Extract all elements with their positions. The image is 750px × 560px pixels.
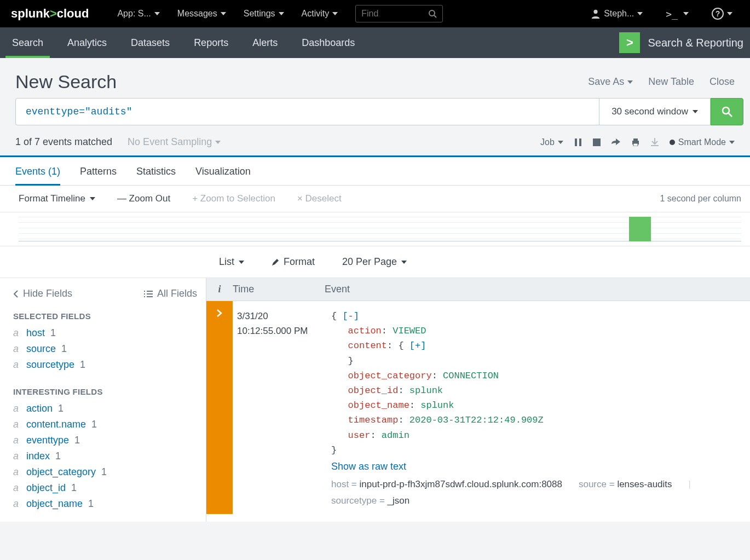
show-raw-text-link[interactable]: Show as raw text	[331, 461, 406, 472]
fields-sidebar: Hide Fields All Fields SELECTED FIELDS a…	[0, 278, 206, 522]
field-row[interactable]: ahost1	[13, 325, 197, 341]
caret-down-icon	[693, 110, 698, 113]
user-menu[interactable]: Steph...	[584, 4, 649, 23]
tab-statistics[interactable]: Statistics	[136, 157, 176, 185]
main-content: Hide Fields All Fields SELECTED FIELDS a…	[0, 278, 750, 522]
format-button[interactable]: Format	[272, 256, 315, 268]
settings-menu[interactable]: Settings	[237, 4, 291, 23]
save-as-button[interactable]: Save As	[588, 76, 633, 88]
caret-down-icon	[727, 12, 732, 15]
list-view-dropdown[interactable]: List	[219, 256, 244, 268]
caret-down-icon	[332, 12, 338, 15]
field-row[interactable]: aobject_category1	[13, 464, 197, 480]
caret-down-icon	[90, 197, 95, 200]
events-table-header: i Time Event	[206, 278, 750, 301]
field-row[interactable]: aobject_id1	[13, 480, 197, 496]
expand-event-button[interactable]	[206, 301, 233, 514]
zoom-out-button[interactable]: — Zoom Out	[117, 193, 170, 204]
meta-source[interactable]: lenses-audits	[617, 479, 672, 489]
field-type: a	[13, 451, 21, 462]
close-button[interactable]: Close	[709, 76, 735, 88]
caret-down-icon	[279, 12, 284, 15]
caret-down-icon	[154, 12, 160, 15]
run-search-button[interactable]	[711, 98, 743, 125]
field-count: 1	[91, 419, 97, 430]
nav-search[interactable]: Search	[0, 27, 55, 58]
timeline-bar[interactable]	[629, 217, 651, 241]
job-menu[interactable]: Job	[540, 137, 563, 147]
field-type: a	[13, 419, 21, 430]
field-row[interactable]: aindex1	[13, 448, 197, 464]
share-button[interactable]	[611, 138, 620, 146]
top-nav-bar: splunk>cloud App: S... Messages Settings…	[0, 0, 750, 27]
field-name[interactable]: host	[26, 327, 45, 339]
field-name[interactable]: object_category	[26, 466, 96, 478]
field-name[interactable]: content.name	[26, 419, 86, 430]
nav-dashboards[interactable]: Dashboards	[290, 27, 367, 58]
search-mode-dropdown[interactable]: Smart Mode	[670, 137, 735, 147]
field-name[interactable]: eventtype	[26, 435, 69, 446]
field-name[interactable]: source	[26, 343, 56, 355]
field-name[interactable]: index	[26, 451, 50, 462]
selected-fields-header: SELECTED FIELDS	[13, 311, 197, 321]
nav-reports[interactable]: Reports	[182, 27, 240, 58]
col-info[interactable]: i	[206, 284, 233, 295]
field-name[interactable]: object_name	[26, 498, 83, 510]
event-json[interactable]: { [-] action: VIEWED content: { [+] } ob…	[331, 309, 743, 458]
print-button[interactable]	[631, 138, 640, 146]
stop-button[interactable]	[593, 138, 601, 146]
time-range-picker[interactable]: 30 second window	[599, 98, 711, 125]
field-row[interactable]: aaction1	[13, 401, 197, 417]
field-count: 1	[74, 435, 80, 446]
field-count: 1	[101, 466, 107, 478]
results-tabs: Events (1) Patterns Statistics Visualiza…	[0, 157, 750, 186]
collapse-toggle[interactable]: [-]	[342, 311, 359, 321]
all-fields-button[interactable]: All Fields	[144, 288, 197, 299]
help-menu[interactable]: ?	[705, 3, 739, 24]
field-row[interactable]: acontent.name1	[13, 417, 197, 432]
search-query-input[interactable]: eventtype="audits"	[15, 98, 599, 125]
field-name[interactable]: object_id	[26, 482, 66, 494]
field-type: a	[13, 482, 21, 494]
tab-events[interactable]: Events (1)	[15, 157, 60, 185]
svg-rect-8	[579, 138, 581, 146]
field-row[interactable]: aeventtype1	[13, 432, 197, 448]
messages-menu[interactable]: Messages	[171, 4, 233, 23]
col-time[interactable]: Time	[233, 284, 325, 295]
field-type: a	[13, 327, 21, 339]
app-switcher-menu[interactable]: App: S...	[111, 4, 166, 23]
nav-alerts[interactable]: Alerts	[240, 27, 290, 58]
meta-host[interactable]: input-prd-p-fh3xjm87sdwf.cloud.splunk.co…	[360, 479, 562, 489]
search-icon	[428, 9, 437, 18]
field-row[interactable]: asource1	[13, 341, 197, 357]
find-input[interactable]	[361, 9, 428, 19]
export-button[interactable]	[651, 138, 659, 147]
console-menu[interactable]: >_	[659, 4, 695, 24]
svg-rect-11	[633, 138, 638, 141]
hide-fields-button[interactable]: Hide Fields	[13, 288, 72, 299]
field-row[interactable]: asourcetype1	[13, 357, 197, 373]
match-count: 1 of 7 events matched	[15, 136, 112, 148]
caret-down-icon	[637, 12, 643, 15]
pause-button[interactable]	[574, 138, 582, 146]
field-count: 1	[61, 343, 67, 355]
tab-visualization[interactable]: Visualization	[195, 157, 251, 185]
field-row[interactable]: aobject_name1	[13, 496, 197, 512]
tab-patterns[interactable]: Patterns	[80, 157, 117, 185]
format-timeline-dropdown[interactable]: Format Timeline	[19, 193, 95, 204]
activity-menu[interactable]: Activity	[295, 4, 345, 23]
new-table-button[interactable]: New Table	[648, 76, 694, 88]
bulb-icon	[670, 140, 675, 145]
field-name[interactable]: sourcetype	[26, 359, 74, 371]
field-name[interactable]: action	[26, 403, 53, 414]
event-row: 3/31/20 10:12:55.000 PM { [-] action: VI…	[206, 301, 750, 514]
meta-sourcetype[interactable]: _json	[388, 495, 410, 506]
timeline-chart[interactable]	[0, 212, 750, 246]
expand-toggle[interactable]: [+]	[409, 340, 426, 351]
per-page-dropdown[interactable]: 20 Per Page	[342, 256, 407, 268]
nav-analytics[interactable]: Analytics	[55, 27, 119, 58]
splunk-logo: splunk>cloud	[11, 7, 89, 21]
event-sampling-dropdown[interactable]: No Event Sampling	[128, 136, 221, 148]
find-box[interactable]	[355, 5, 443, 22]
nav-datasets[interactable]: Datasets	[119, 27, 182, 58]
